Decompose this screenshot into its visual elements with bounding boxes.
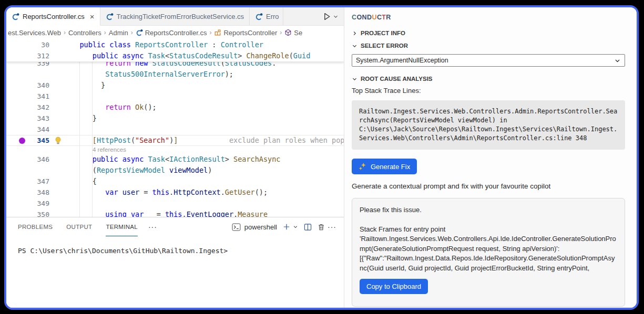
code-line-344[interactable]: 344 [6, 124, 344, 135]
terminal-panel: PROBLEMS OUTPUT TERMINAL ··· powershell [6, 217, 344, 308]
tab-output[interactable]: OUTPUT [66, 217, 92, 236]
line-number[interactable] [6, 165, 53, 176]
line-number[interactable]: 343 [6, 113, 53, 124]
copy-to-clipboard-button[interactable]: Copy to Clipboard [360, 279, 428, 294]
code-line-346[interactable]: 346 public async Task<IActionResult> Sea… [6, 154, 344, 165]
line-number[interactable]: 348 [6, 187, 53, 198]
code-line-342[interactable]: 342 return Ok(); [6, 102, 344, 113]
code-lines: 339 return new StatusCodeResult(StatusCo… [6, 62, 344, 217]
breadcrumb-item-method[interactable]: Se [284, 29, 302, 37]
line-number[interactable]: 350 [6, 209, 53, 217]
code-editor[interactable]: 30 public class ReportsController : Cont… [6, 39, 344, 217]
new-terminal-icon[interactable] [283, 223, 290, 231]
copilot-caption: Generate a contextual prompt and fix wit… [352, 182, 625, 190]
line-number[interactable]: 349 [6, 198, 53, 209]
stack-trace-box: Railtown.Ingest.Services.Web.Controllers… [352, 100, 625, 150]
breadcrumb-item[interactable]: est.Services.Web [8, 29, 61, 37]
code-line-341[interactable]: 341 [6, 91, 344, 102]
section-project-info[interactable]: PROJECT INFO [352, 30, 625, 36]
glyph-margin [53, 209, 67, 217]
close-icon[interactable]: × [90, 13, 95, 20]
trash-icon[interactable] [318, 223, 325, 231]
powershell-icon [232, 223, 241, 231]
glyph-margin [53, 91, 67, 102]
breadcrumb-item-file[interactable]: ReportsController.cs [136, 29, 207, 37]
chevron-down-icon [352, 76, 357, 82]
glyph-margin [53, 39, 67, 50]
code-line-wrap[interactable]: Status500InternalServerError); [6, 69, 344, 80]
shell-label[interactable]: powershell [244, 223, 277, 231]
tab-label: TrackingTicketFromErrorBucketService.cs [117, 13, 244, 20]
line-number[interactable]: 342 [6, 102, 53, 113]
line-number[interactable]: 344 [6, 124, 53, 135]
glyph-margin [53, 198, 67, 209]
editor-actions [322, 7, 344, 25]
glyph-margin [53, 80, 67, 91]
error-select-value: System.ArgumentNullException [356, 57, 448, 64]
line-number[interactable]: 346 [6, 154, 53, 165]
breadcrumb-item[interactable]: Controllers [68, 29, 101, 37]
line-number[interactable]: 341 [6, 91, 53, 102]
chevron-right-icon: › [280, 29, 282, 36]
line-number[interactable]: 340 [6, 80, 53, 91]
section-select-error[interactable]: SELECT ERROR [352, 43, 625, 49]
glyph-margin [53, 176, 67, 187]
breadcrumb-item-class[interactable]: ReportsController [214, 29, 277, 37]
code-line-348[interactable]: 348 var user = this.HttpContext.GetUser(… [6, 187, 344, 198]
code-line-339[interactable]: 339 return new StatusCodeResult(StatusCo… [6, 62, 344, 69]
tab-error-truncated[interactable]: Erro [250, 7, 283, 25]
line-number[interactable]: 339 [6, 62, 53, 69]
chevron-down-icon[interactable] [293, 224, 298, 229]
editor-tab-bar: ReportsController.cs × TrackingTicketFro… [6, 7, 344, 26]
code-line-30[interactable]: 30 public class ReportsController : Cont… [6, 39, 344, 50]
code-line-340[interactable]: 340 } [6, 80, 344, 91]
glyph-margin [53, 165, 67, 176]
chevron-right-icon: › [131, 29, 133, 36]
line-number[interactable]: 312 [6, 50, 53, 61]
split-terminal-icon[interactable] [304, 223, 312, 231]
error-select[interactable]: System.ArgumentNullException [352, 54, 625, 67]
csharp-file-icon [12, 13, 19, 20]
code-line-349[interactable]: 349 [6, 198, 344, 209]
stack-trace-label: Top Stack Trace Lines: [352, 87, 625, 95]
run-icon[interactable] [322, 12, 331, 21]
code-line-wrap[interactable]: (ReportsViewModel viewModel) [6, 165, 344, 176]
line-number[interactable]: 347 [6, 176, 53, 187]
code-line-350[interactable]: 350 using var _ = this.EventLogger.Measu… [6, 209, 344, 217]
chevron-right-icon [352, 30, 357, 36]
tab-reportscontroller[interactable]: ReportsController.cs × [6, 7, 100, 26]
more-actions-icon[interactable]: ··· [328, 223, 336, 231]
glyph-margin [53, 102, 67, 113]
class-symbol-icon [214, 29, 221, 36]
more-tabs-icon[interactable]: ··· [148, 223, 157, 231]
glyph-margin [53, 50, 67, 61]
code-line-343[interactable]: 343 } [6, 113, 344, 124]
lightbulb-icon[interactable] [53, 135, 67, 146]
glyph-margin [53, 113, 67, 124]
chevron-down-icon [614, 57, 621, 64]
method-symbol-icon [284, 29, 292, 36]
line-number[interactable]: 30 [6, 39, 53, 50]
code-line-347[interactable]: 347 { [6, 176, 344, 187]
codelens-references[interactable]: 4 references [6, 146, 344, 154]
panel-tab-bar: PROBLEMS OUTPUT TERMINAL ··· powershell [6, 217, 344, 236]
generate-fix-button[interactable]: Generate Fix [352, 159, 417, 174]
tab-label: ReportsController.cs [23, 13, 85, 20]
line-number[interactable]: 345 [6, 135, 53, 146]
tab-terminal[interactable]: TERMINAL [106, 217, 138, 236]
tab-label: Erro [266, 13, 279, 20]
section-root-cause[interactable]: ROOT CAUSE ANALYSIS [352, 76, 625, 82]
breakpoint-icon[interactable] [19, 138, 25, 144]
sticky-scroll: 30 public class ReportsController : Cont… [6, 39, 344, 62]
tab-trackingticket[interactable]: TrackingTicketFromErrorBucketService.cs [100, 7, 250, 25]
glyph-margin [53, 69, 67, 80]
tab-problems[interactable]: PROBLEMS [18, 217, 53, 236]
code-line-345[interactable]: 345 [HttpPost("Search")] exclude plan ro… [6, 135, 344, 146]
terminal-prompt[interactable]: PS C:\Users\chris\Documents\GitHub\Railt… [6, 236, 344, 255]
chevron-down-icon[interactable] [333, 14, 339, 19]
code-line-312[interactable]: 312 public async Task<StatusCodeResult> … [6, 50, 344, 61]
breadcrumb-item[interactable]: Admin [109, 29, 128, 37]
sparkle-icon [359, 162, 367, 171]
line-number[interactable] [6, 69, 53, 80]
glyph-margin [53, 62, 67, 69]
